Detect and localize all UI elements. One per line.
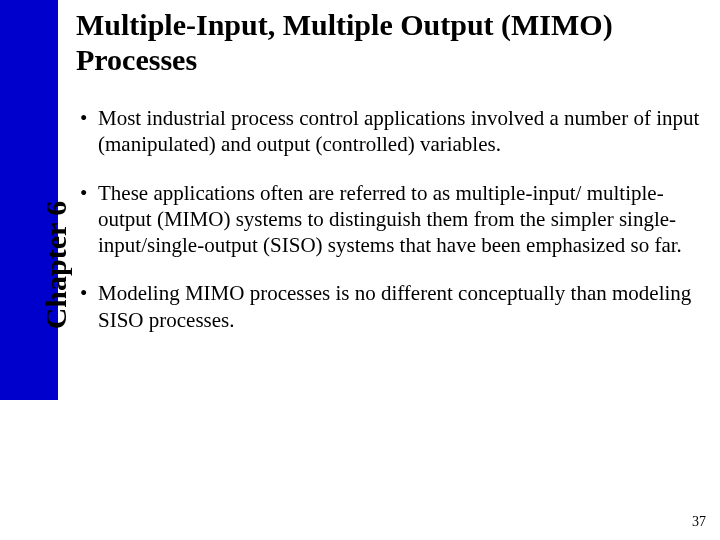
list-item: • These applications often are referred … bbox=[80, 180, 700, 259]
bullet-marker: • bbox=[80, 105, 98, 158]
bullet-text: Most industrial process control applicat… bbox=[98, 105, 700, 158]
slide-title: Multiple-Input, Multiple Output (MIMO) P… bbox=[76, 8, 696, 77]
bullet-text: Modeling MIMO processes is no different … bbox=[98, 280, 700, 333]
bullet-text: These applications often are referred to… bbox=[98, 180, 700, 259]
page-number: 37 bbox=[692, 514, 706, 530]
list-item: • Most industrial process control applic… bbox=[80, 105, 700, 158]
list-item: • Modeling MIMO processes is no differen… bbox=[80, 280, 700, 333]
bullet-marker: • bbox=[80, 180, 98, 259]
bullet-marker: • bbox=[80, 280, 98, 333]
chapter-label: Chapter 6 bbox=[39, 185, 73, 345]
content-area: • Most industrial process control applic… bbox=[80, 105, 700, 355]
